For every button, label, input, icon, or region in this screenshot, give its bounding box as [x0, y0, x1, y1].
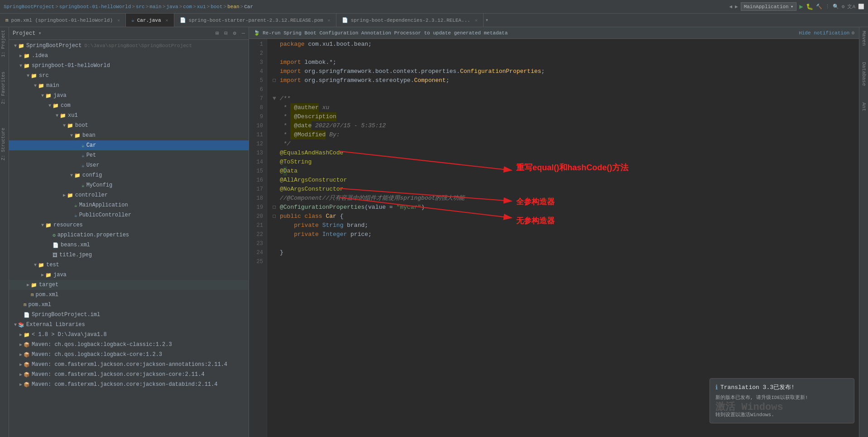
tree-item-publiccontroller[interactable]: ☕ PublicController — [9, 210, 249, 220]
tree-item-test[interactable]: ▼ 📁 test — [9, 260, 249, 270]
sidebar-settings-icon[interactable]: ⚙ — [233, 30, 236, 37]
tab-pom-xml[interactable]: m pom.xml (springboot-01-helloWorld) ✕ — [0, 14, 126, 27]
tree-arrow-springboot: ▼ — [18, 63, 24, 68]
line-numbers: 1 2 3 4 5 6 7 8 9 10 11 12 13 14 15 16 1 — [249, 39, 267, 437]
sidebar-collapse-icon[interactable]: ⊟ — [224, 30, 227, 37]
breadcrumb: SpringBootProject > springboot-01-helloW… — [4, 4, 729, 10]
more-tabs-icon[interactable]: ▾ — [485, 17, 489, 24]
ant-tab[interactable]: Ant — [860, 99, 868, 115]
tab-spring-starter[interactable]: 📄 spring-boot-starter-parent-2.3.12.RELE… — [174, 14, 336, 27]
maximize-icon[interactable]: ⬜ — [858, 4, 864, 10]
line20-kw: public — [280, 212, 305, 221]
sidebar-expand-icon[interactable]: ⊞ — [216, 30, 219, 37]
tree-item-iml[interactable]: 📄 SpringBootProject.iml — [9, 310, 249, 320]
line4-semi: ; — [541, 67, 545, 76]
tree-item-test-java[interactable]: ▶ 📁 java — [9, 270, 249, 280]
line10-val: 2022/07/15 - 5:35:12 — [312, 121, 386, 130]
tree-item-root[interactable]: ▼ 📁 SpringBootProject D:\Java\springBoot… — [9, 41, 249, 51]
left-vertical-panel: 1: Project 2: Favorites Z: Structure — [0, 27, 9, 437]
tree-item-user[interactable]: ☕ User — [9, 160, 249, 170]
tab-spring-deps-close[interactable]: ✕ — [475, 18, 478, 23]
tree-item-car[interactable]: ☕ Car — [9, 140, 249, 150]
tree-item-titlejpeg[interactable]: 🖼 title.jpeg — [9, 250, 249, 260]
tree-item-main[interactable]: ▼ 📁 main — [9, 81, 249, 91]
tree-item-bean[interactable]: ▼ 📁 bean — [9, 130, 249, 140]
tree-item-pet[interactable]: ☕ Pet — [9, 150, 249, 160]
sidebar-tab-favorites[interactable]: 2: Favorites — [0, 69, 9, 107]
tree-item-pom-inner[interactable]: m pom.xml — [9, 290, 249, 300]
tree-item-myconfig[interactable]: ☕ MyConfig — [9, 180, 249, 190]
tree-item-idea[interactable]: ▶ 📁 .idea — [9, 51, 249, 61]
tree-arrow-jackson-core: ▶ — [18, 372, 24, 377]
sidebar-tab-structure[interactable]: Z: Structure — [0, 125, 9, 163]
iml-icon: 📄 — [24, 312, 30, 318]
back-icon[interactable]: ◀ — [729, 4, 732, 10]
sep5: > — [179, 4, 182, 10]
tree-item-java-folder[interactable]: ▼ 📁 java — [9, 91, 249, 101]
find-icon[interactable]: 🔍 — [833, 4, 839, 10]
breadcrumb-com[interactable]: com — [183, 4, 192, 10]
tree-item-extlibs[interactable]: ▼ 📚 External Libraries — [9, 320, 249, 330]
translate-icon[interactable]: 文A — [847, 3, 855, 10]
tab-car-java-close[interactable]: ✕ — [166, 18, 168, 23]
tree-item-logback-core[interactable]: ▶ 📦 Maven: ch.qos.logback:logback-core:1… — [9, 350, 249, 360]
breadcrumb-java[interactable]: java — [166, 4, 178, 10]
tree-item-jackson-core[interactable]: ▶ 📦 Maven: com.fasterxml.jackson.core:ja… — [9, 370, 249, 379]
tree-arrow-test-java: ▶ — [40, 272, 45, 278]
breadcrumb-helloworld[interactable]: springboot-01-helloWorld — [59, 4, 131, 10]
tree-item-src[interactable]: ▼ 📁 src — [9, 71, 249, 81]
code-line-18: //@Component//只有容器中的组件才能使用springboot的强大功… — [273, 194, 859, 203]
tree-item-logback-classic[interactable]: ▶ 📦 Maven: ch.qos.logback:logback-classi… — [9, 340, 249, 350]
debug-icon[interactable]: 🐛 — [806, 3, 813, 10]
run-config-dropdown[interactable]: MainApplication ▾ — [741, 2, 797, 11]
sidebar-tab-project[interactable]: 1: Project — [0, 27, 9, 60]
maven-tab[interactable]: Maven — [860, 27, 868, 49]
tree-item-pom-root[interactable]: m pom.xml — [9, 300, 249, 310]
breadcrumb-src[interactable]: src — [136, 4, 145, 10]
tree-arrow-test: ▼ — [33, 263, 38, 268]
tree-item-mainapplication[interactable]: ☕ MainApplication — [9, 200, 249, 210]
tab-spring-deps[interactable]: 📄 spring-boot-dependencies-2.3.12.RELEA.… — [336, 14, 484, 27]
tree-item-jackson-ann[interactable]: ▶ 📦 Maven: com.fasterxml.jackson.core:ja… — [9, 360, 249, 370]
build-icon[interactable]: 🔨 — [816, 4, 822, 10]
breadcrumb-car[interactable]: Car — [244, 4, 253, 10]
breadcrumb-main[interactable]: main — [149, 4, 161, 10]
tree-label-main: main — [46, 82, 59, 89]
breadcrumb-springbootproject[interactable]: SpringBootProject — [4, 4, 54, 10]
tree-item-target[interactable]: ▶ 📁 target — [9, 280, 249, 290]
run-button[interactable]: ▶ — [799, 3, 803, 10]
tree-item-jackson-databind[interactable]: ▶ 📦 Maven: com.fasterxml.jackson.core:ja… — [9, 379, 249, 389]
line5-semi: ; — [446, 76, 450, 85]
tree-item-xu1[interactable]: ▼ 📁 xu1 — [9, 110, 249, 120]
code-editor[interactable]: 1 2 3 4 5 6 7 8 9 10 11 12 13 14 15 16 1 — [249, 39, 859, 437]
sidebar-dropdown-icon[interactable]: ▾ — [38, 30, 41, 37]
breadcrumb-boot[interactable]: boot — [211, 4, 222, 10]
settings-icon[interactable]: ⚙ — [842, 4, 845, 10]
tree-item-beansxml[interactable]: 📄 beans.xml — [9, 240, 249, 250]
hide-notification-link[interactable]: Hide notification — [799, 30, 849, 36]
sep9: > — [240, 4, 244, 10]
forward-icon[interactable]: ▶ — [735, 4, 738, 10]
more-actions-icon[interactable]: ⋮ — [825, 4, 830, 10]
tree-item-appprops[interactable]: ⚙ application.properties — [9, 230, 249, 240]
tree-item-springboot[interactable]: ▼ 📁 springboot-01-helloWorld — [9, 61, 249, 71]
tree-item-boot[interactable]: ▼ 📁 boot — [9, 120, 249, 130]
car-spring-icon: ☕ — [82, 143, 85, 149]
breadcrumb-bean[interactable]: bean — [227, 4, 239, 10]
tree-item-controller[interactable]: ▶ 📁 controller — [9, 190, 249, 200]
tree-item-resources[interactable]: ▼ 📁 resources — [9, 220, 249, 230]
database-tab[interactable]: Database — [860, 58, 868, 90]
tab-pom-xml-close[interactable]: ✕ — [117, 18, 120, 23]
line21-type: String — [322, 221, 344, 230]
tree-item-config[interactable]: ▼ 📁 config — [9, 170, 249, 180]
code-content[interactable]: package com.xu1.boot.bean; import lombok… — [267, 39, 859, 437]
tree-item-com[interactable]: ▼ 📁 com — [9, 101, 249, 110]
tree-item-jdk[interactable]: ▶ 📁 < 1.8 > D:\Java\java1.8 — [9, 330, 249, 340]
notification-settings-icon[interactable]: ⚙ — [851, 30, 854, 36]
tab-car-java[interactable]: ☕ Car.java ✕ — [126, 14, 174, 27]
breadcrumb-xu1[interactable]: xu1 — [197, 4, 206, 10]
code-line-21: private String brand; — [273, 221, 859, 230]
sidebar-hide-icon[interactable]: — — [242, 30, 245, 37]
pet-java-icon: ☕ — [82, 153, 85, 158]
tab-spring-starter-close[interactable]: ✕ — [328, 18, 331, 23]
